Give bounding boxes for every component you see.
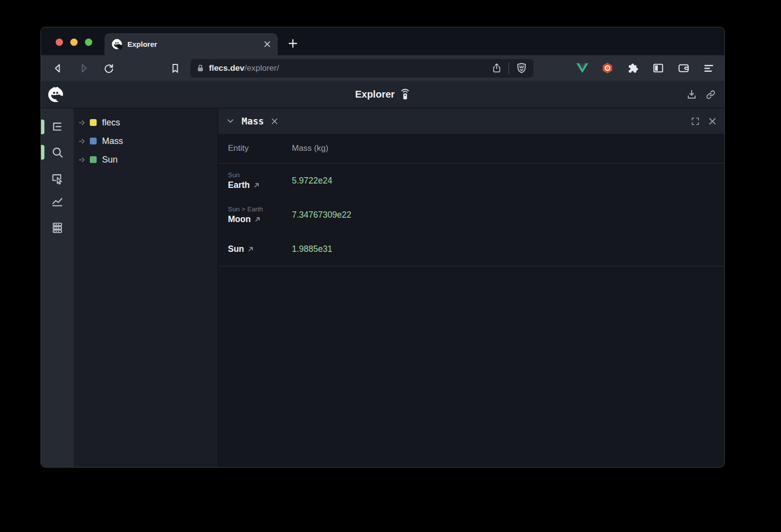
brave-shield-icon (515, 62, 528, 74)
sidebar-toggle-button[interactable] (652, 62, 664, 74)
address-bar-actions (491, 62, 528, 74)
back-icon (52, 62, 64, 74)
mass-value: 5.9722e24 (292, 176, 332, 186)
expand-arrow-icon[interactable] (79, 156, 86, 164)
open-entity-arrow-icon[interactable] (247, 246, 254, 252)
module-color-swatch (90, 119, 97, 126)
entity-parent-path: Sun > Earth (228, 205, 292, 213)
hamburger-menu-icon (703, 62, 715, 74)
entity-name[interactable]: Earth (228, 180, 250, 190)
hexagon-icon (601, 62, 614, 74)
entity-tree-panel: flecs Mass Sun (74, 108, 218, 467)
maximize-window-button[interactable] (85, 39, 92, 46)
inspect-cursor-icon (51, 172, 64, 185)
reload-button[interactable] (102, 61, 116, 76)
active-indicator-search (41, 145, 44, 160)
vue-icon (576, 63, 588, 73)
plus-icon (288, 39, 298, 48)
tree-item-label: flecs (102, 118, 120, 128)
sidebar-item-entities[interactable] (49, 220, 65, 235)
wallet-button[interactable] (678, 62, 690, 74)
entity-name[interactable]: Sun (228, 244, 244, 254)
entity-cell: Sun (218, 244, 292, 254)
component-color-swatch (90, 138, 97, 144)
tree-item-label: Sun (102, 155, 118, 165)
download-icon (686, 89, 698, 101)
open-entity-arrow-icon[interactable] (254, 216, 261, 223)
browser-window: Explorer (41, 27, 725, 468)
divider (509, 62, 509, 74)
forward-button[interactable] (76, 61, 91, 76)
table-header: Entity Mass (kg) (218, 134, 724, 164)
bookmark-icon (169, 62, 181, 74)
brave-shield-button[interactable] (515, 62, 528, 74)
line-chart-icon (51, 195, 64, 208)
forward-icon (78, 62, 89, 74)
extension-hex-button[interactable] (601, 62, 614, 74)
table-row[interactable]: Sun Earth 5.9722e24 (218, 164, 724, 198)
url-path: /explorer/ (245, 63, 279, 73)
extensions-button[interactable] (627, 62, 639, 74)
url-domain: flecs.dev (209, 63, 245, 73)
active-indicator-tree (41, 120, 44, 134)
entity-color-swatch (90, 156, 97, 163)
fullscreen-icon[interactable] (691, 117, 700, 126)
share-link-button[interactable] (705, 89, 717, 101)
open-entity-arrow-icon[interactable] (253, 182, 260, 188)
entity-cell: Sun Earth (218, 171, 292, 190)
entity-rows-icon (51, 221, 64, 234)
query-tab-bar: Mass (218, 108, 724, 134)
url-text: flecs.dev/explorer/ (209, 63, 279, 73)
panel-close-icon[interactable] (708, 117, 717, 125)
connection-status-icon[interactable] (400, 89, 411, 101)
sidebar-item-stats[interactable] (49, 194, 65, 209)
extension-icons (576, 62, 715, 74)
sidebar-item-query-search[interactable] (49, 144, 65, 160)
sidebar-item-inspect[interactable] (49, 170, 65, 186)
reload-icon (103, 62, 115, 74)
sidebar-icon (652, 62, 664, 74)
app-content: flecs Mass Sun (41, 108, 724, 467)
expand-arrow-icon[interactable] (79, 119, 86, 126)
tree-item-label: Mass (102, 136, 123, 146)
share-icon (491, 62, 502, 74)
tree-item-flecs[interactable]: flecs (79, 113, 218, 132)
query-tab-close-icon[interactable] (271, 118, 278, 125)
query-panel-actions (691, 117, 717, 126)
entity-name[interactable]: Moon (228, 214, 251, 225)
browser-menu-button[interactable] (703, 62, 715, 74)
tab-strip: Explorer (41, 27, 724, 55)
tab-close-icon[interactable] (264, 41, 271, 48)
table-row[interactable]: Sun > Earth Moon 7.34767309e22 (218, 198, 724, 232)
browser-tab-explorer[interactable]: Explorer (104, 33, 278, 55)
new-tab-button[interactable] (285, 36, 301, 51)
tree-item-sun[interactable]: Sun (79, 150, 218, 169)
tree-item-mass[interactable]: Mass (79, 132, 218, 150)
flecs-logo[interactable] (47, 86, 64, 103)
table-body: Sun Earth 5.9722e24 Sun > Earth (218, 164, 724, 266)
lock-icon (196, 64, 205, 72)
table-row[interactable]: Sun 1.9885e31 (218, 232, 724, 266)
query-tab-label[interactable]: Mass (242, 116, 264, 126)
download-button[interactable] (686, 89, 698, 101)
vue-devtools-button[interactable] (576, 63, 588, 73)
back-button[interactable] (51, 61, 65, 76)
expand-arrow-icon[interactable] (79, 138, 86, 145)
entity-cell: Sun > Earth Moon (218, 205, 292, 225)
close-window-button[interactable] (56, 39, 63, 46)
chevron-down-icon[interactable] (226, 117, 235, 125)
share-button[interactable] (491, 62, 502, 74)
mass-value: 7.34767309e22 (292, 210, 351, 220)
desktop-background: Explorer (0, 0, 781, 532)
column-header-entity: Entity (218, 143, 292, 153)
app-header: Explorer (41, 81, 724, 108)
window-controls (56, 39, 92, 46)
bookmark-button[interactable] (168, 61, 183, 76)
icon-rail (41, 108, 74, 467)
header-actions (686, 81, 717, 108)
query-panel: Mass Entity Mass (kg) (218, 108, 724, 467)
minimize-window-button[interactable] (70, 39, 78, 46)
sidebar-item-tree-view[interactable] (49, 119, 65, 135)
address-bar[interactable]: flecs.dev/explorer/ (190, 59, 534, 78)
column-header-mass: Mass (kg) (292, 143, 329, 153)
